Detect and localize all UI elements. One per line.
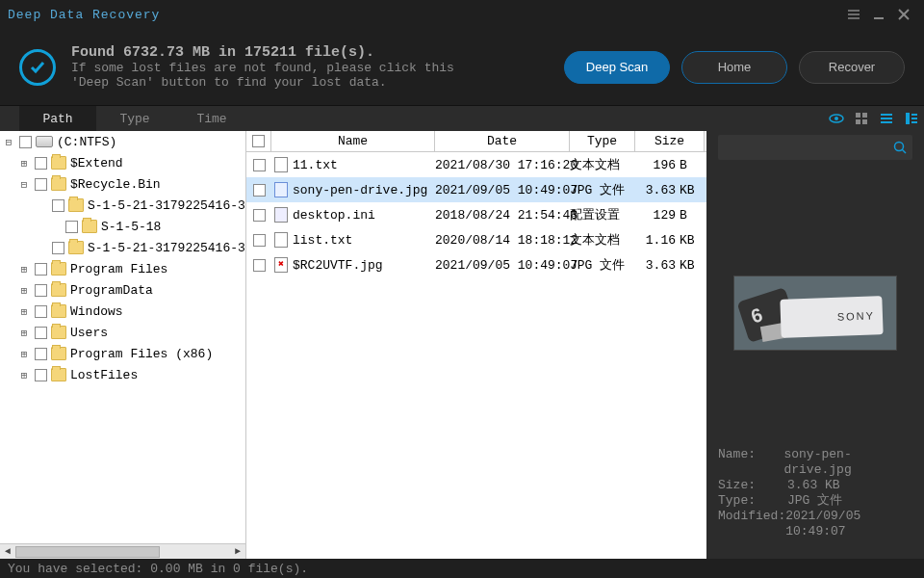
detail-size-value: 3.63 KB bbox=[787, 478, 840, 493]
tab-strip: Path Type Time bbox=[0, 106, 924, 131]
scroll-right-icon[interactable]: ► bbox=[230, 544, 245, 560]
tree-checkbox[interactable] bbox=[35, 263, 47, 276]
scroll-left-icon[interactable]: ◄ bbox=[0, 544, 15, 560]
tree-item-label[interactable]: S-1-5-21-3179225416-36 bbox=[88, 241, 245, 255]
expand-toggle-icon[interactable]: ⊟ bbox=[2, 131, 15, 152]
tree-root-label[interactable]: (C:NTFS) bbox=[57, 135, 116, 149]
column-type[interactable]: Type bbox=[570, 131, 635, 152]
tree-checkbox[interactable] bbox=[35, 327, 47, 339]
tree-item-label[interactable]: $Extend bbox=[70, 156, 123, 171]
expand-toggle-icon[interactable]: ⊞ bbox=[17, 258, 31, 279]
file-type: JPG 文件 bbox=[570, 256, 635, 274]
expand-toggle-icon[interactable]: ⊞ bbox=[17, 343, 31, 364]
tree-checkbox[interactable] bbox=[35, 305, 47, 318]
file-checkbox[interactable] bbox=[253, 184, 266, 197]
file-checkbox[interactable] bbox=[253, 234, 266, 247]
file-row[interactable]: 11.txt2021/08/30 17:16:20文本文档196 B bbox=[246, 152, 706, 177]
detail-size-label: Size: bbox=[718, 478, 787, 493]
column-size[interactable]: Size bbox=[635, 131, 705, 152]
scroll-thumb[interactable] bbox=[15, 546, 160, 558]
home-button[interactable]: Home bbox=[681, 51, 787, 84]
tree-checkbox[interactable] bbox=[35, 178, 47, 191]
tab-path[interactable]: Path bbox=[19, 106, 96, 131]
select-all-checkbox[interactable] bbox=[252, 135, 265, 147]
search-bar[interactable] bbox=[718, 135, 912, 160]
file-size-unit: KB bbox=[680, 258, 705, 273]
folder-tree[interactable]: ⊟ (C:NTFS) ⊞ $Extend ⊟ $Recycle.Bin bbox=[0, 131, 246, 559]
tree-item-label[interactable]: $Recycle.Bin bbox=[70, 177, 161, 192]
status-bar: You have selected: 0.00 MB in 0 file(s). bbox=[0, 559, 924, 578]
svg-rect-10 bbox=[856, 119, 860, 124]
grid-view-icon[interactable] bbox=[849, 106, 874, 131]
file-type: 文本文档 bbox=[570, 231, 635, 249]
expand-toggle-icon[interactable]: ⊞ bbox=[17, 301, 31, 322]
file-name: desktop.ini bbox=[291, 208, 435, 223]
tab-type[interactable]: Type bbox=[96, 106, 173, 131]
tree-checkbox[interactable] bbox=[35, 284, 47, 297]
list-view-icon[interactable] bbox=[874, 106, 899, 131]
expand-toggle-icon[interactable]: ⊞ bbox=[17, 364, 31, 385]
tree-checkbox[interactable] bbox=[52, 199, 64, 212]
summary-line3: 'Deep Scan' button to find your lost dat… bbox=[71, 75, 552, 90]
folder-icon bbox=[51, 177, 66, 191]
tree-hscrollbar[interactable]: ◄ ► bbox=[0, 543, 245, 559]
scan-summary: Found 6732.73 MB in 175211 file(s). If s… bbox=[71, 44, 552, 90]
svg-rect-15 bbox=[906, 113, 910, 124]
file-row[interactable]: sony-pen-drive.jpg2021/09/05 10:49:07JPG… bbox=[246, 177, 706, 202]
recover-button[interactable]: Recover bbox=[799, 51, 905, 84]
preview-thumbnail: 6 SONY bbox=[733, 276, 897, 351]
minimize-icon[interactable] bbox=[866, 2, 891, 27]
tree-item-label[interactable]: Program Files (x86) bbox=[70, 347, 213, 361]
expand-toggle-icon[interactable]: ⊞ bbox=[17, 152, 31, 173]
tree-item-label[interactable]: Windows bbox=[70, 304, 123, 319]
file-row[interactable]: ✖$RC2UVTF.jpg2021/09/05 10:49:07JPG 文件3.… bbox=[246, 252, 706, 277]
detail-name-label: Name: bbox=[718, 447, 783, 478]
file-type: 文本文档 bbox=[570, 156, 635, 173]
tree-checkbox[interactable] bbox=[35, 369, 47, 381]
file-size-num: 129 bbox=[635, 208, 680, 223]
file-row[interactable]: list.txt2020/08/14 18:18:12文本文档1.16KB bbox=[246, 227, 706, 252]
title-bar: Deep Data Recovery bbox=[0, 0, 924, 29]
search-icon[interactable] bbox=[887, 141, 912, 154]
tree-item-label[interactable]: S-1-5-21-3179225416-36 bbox=[88, 198, 245, 213]
file-size-num: 1.16 bbox=[635, 233, 680, 248]
file-row[interactable]: desktop.ini2018/08/24 21:54:43配置设置129 B bbox=[246, 202, 706, 227]
file-date: 2018/08/24 21:54:43 bbox=[435, 208, 570, 223]
tree-checkbox[interactable] bbox=[35, 157, 47, 170]
file-checkbox[interactable] bbox=[253, 259, 266, 272]
file-checkbox[interactable] bbox=[253, 159, 266, 171]
svg-rect-8 bbox=[856, 113, 860, 118]
file-date: 2021/09/05 10:49:07 bbox=[435, 258, 570, 273]
deep-scan-button[interactable]: Deep Scan bbox=[564, 51, 670, 84]
tree-checkbox[interactable] bbox=[35, 348, 47, 360]
tree-checkbox[interactable] bbox=[65, 221, 78, 233]
detail-view-icon[interactable] bbox=[899, 106, 924, 131]
tree-item-label[interactable]: ProgramData bbox=[70, 283, 153, 298]
file-size-unit: KB bbox=[680, 233, 705, 248]
preview-toggle-icon[interactable] bbox=[824, 106, 849, 131]
tab-time[interactable]: Time bbox=[173, 106, 250, 131]
svg-point-7 bbox=[834, 117, 838, 120]
tree-item-label[interactable]: S-1-5-18 bbox=[101, 220, 161, 234]
tree-item-label[interactable]: Users bbox=[70, 326, 108, 340]
tree-item-label[interactable]: Program Files bbox=[70, 262, 167, 276]
folder-icon bbox=[51, 262, 66, 276]
tree-checkbox[interactable] bbox=[52, 242, 64, 254]
folder-icon bbox=[51, 283, 66, 297]
column-name[interactable]: Name bbox=[271, 131, 435, 152]
folder-icon bbox=[51, 368, 66, 381]
menu-icon[interactable] bbox=[841, 2, 866, 27]
folder-icon bbox=[68, 241, 84, 254]
expand-toggle-icon[interactable]: ⊞ bbox=[17, 279, 31, 301]
tree-checkbox[interactable] bbox=[19, 136, 32, 148]
tree-item-label[interactable]: LostFiles bbox=[70, 368, 138, 382]
file-size-unit: B bbox=[680, 208, 705, 223]
expand-toggle-icon[interactable]: ⊟ bbox=[17, 173, 31, 195]
close-icon[interactable] bbox=[891, 2, 916, 27]
tree-spacer bbox=[48, 216, 62, 237]
file-size-unit: KB bbox=[680, 183, 705, 197]
file-checkbox[interactable] bbox=[253, 209, 266, 222]
file-list[interactable]: Name Date Type Size 11.txt2021/08/30 17:… bbox=[246, 131, 706, 559]
column-date[interactable]: Date bbox=[435, 131, 570, 152]
expand-toggle-icon[interactable]: ⊞ bbox=[17, 322, 31, 343]
